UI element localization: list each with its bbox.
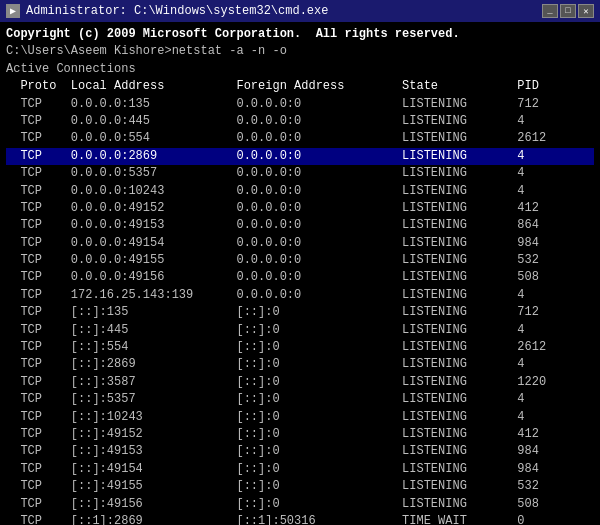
terminal-line: TCP [::]:2869 [::]:0 LISTENING 4 [6, 356, 594, 373]
terminal-line: TCP [::]:3587 [::]:0 LISTENING 1220 [6, 374, 594, 391]
terminal-line: TCP 0.0.0.0:135 0.0.0.0:0 LISTENING 712 [6, 96, 594, 113]
terminal-line: TCP [::]:445 [::]:0 LISTENING 4 [6, 322, 594, 339]
terminal-line: TCP 0.0.0.0:49152 0.0.0.0:0 LISTENING 41… [6, 200, 594, 217]
terminal-line: TCP 172.16.25.143:139 0.0.0.0:0 LISTENIN… [6, 287, 594, 304]
maximize-button[interactable]: □ [560, 4, 576, 18]
close-button[interactable]: ✕ [578, 4, 594, 18]
terminal-line: C:\Users\Aseem Kishore>netstat -a -n -o [6, 43, 594, 60]
terminal-line: TCP 0.0.0.0:49154 0.0.0.0:0 LISTENING 98… [6, 235, 594, 252]
terminal-line: Active Connections [6, 61, 594, 78]
window-title: Administrator: C:\Windows\system32\cmd.e… [26, 4, 328, 18]
terminal-line: TCP [::1]:2869 [::1]:50316 TIME_WAIT 0 [6, 513, 594, 525]
terminal-line: TCP 0.0.0.0:49155 0.0.0.0:0 LISTENING 53… [6, 252, 594, 269]
terminal-line: TCP 0.0.0.0:2869 0.0.0.0:0 LISTENING 4 [6, 148, 594, 165]
terminal-line: TCP [::]:135 [::]:0 LISTENING 712 [6, 304, 594, 321]
minimize-button[interactable]: _ [542, 4, 558, 18]
terminal-line: TCP 0.0.0.0:5357 0.0.0.0:0 LISTENING 4 [6, 165, 594, 182]
terminal-line: TCP [::]:49153 [::]:0 LISTENING 984 [6, 443, 594, 460]
window-controls: _ □ ✕ [542, 4, 594, 18]
output-lines: Copyright (c) 2009 Microsoft Corporation… [6, 26, 594, 525]
terminal-line: TCP [::]:10243 [::]:0 LISTENING 4 [6, 409, 594, 426]
terminal-line: TCP 0.0.0.0:49153 0.0.0.0:0 LISTENING 86… [6, 217, 594, 234]
terminal-line: TCP [::]:5357 [::]:0 LISTENING 4 [6, 391, 594, 408]
terminal-line: TCP 0.0.0.0:10243 0.0.0.0:0 LISTENING 4 [6, 183, 594, 200]
terminal-line: TCP [::]:49152 [::]:0 LISTENING 412 [6, 426, 594, 443]
title-left: ▶ Administrator: C:\Windows\system32\cmd… [6, 4, 328, 18]
title-bar: ▶ Administrator: C:\Windows\system32\cmd… [0, 0, 600, 22]
terminal-line: TCP 0.0.0.0:49156 0.0.0.0:0 LISTENING 50… [6, 269, 594, 286]
cmd-icon: ▶ [6, 4, 20, 18]
terminal-area: Copyright (c) 2009 Microsoft Corporation… [0, 22, 600, 525]
terminal-line: TCP [::]:49156 [::]:0 LISTENING 508 [6, 496, 594, 513]
terminal-line: TCP 0.0.0.0:554 0.0.0.0:0 LISTENING 2612 [6, 130, 594, 147]
terminal-line: TCP [::]:49154 [::]:0 LISTENING 984 [6, 461, 594, 478]
terminal-line: TCP [::]:49155 [::]:0 LISTENING 532 [6, 478, 594, 495]
terminal-line: TCP [::]:554 [::]:0 LISTENING 2612 [6, 339, 594, 356]
terminal-line: Copyright (c) 2009 Microsoft Corporation… [6, 26, 594, 43]
terminal-line: Proto Local Address Foreign Address Stat… [6, 78, 594, 95]
terminal-line: TCP 0.0.0.0:445 0.0.0.0:0 LISTENING 4 [6, 113, 594, 130]
